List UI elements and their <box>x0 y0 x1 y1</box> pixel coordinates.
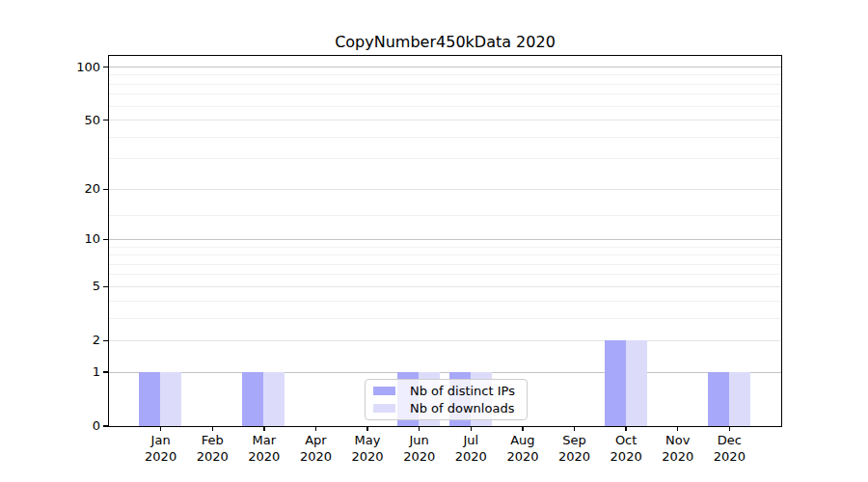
bar-oct-distinct-ips <box>605 340 626 426</box>
y-tick-label: 5 <box>52 278 100 295</box>
x-tick-mark <box>419 426 420 431</box>
bar-dec-downloads <box>729 372 750 426</box>
gridline-minor <box>109 94 781 94</box>
gridline-major <box>109 239 781 240</box>
y-tick-label: 1 <box>52 363 100 381</box>
gridline-minor <box>109 84 781 85</box>
gridline-major <box>109 372 781 373</box>
chart-title: CopyNumber450kData 2020 <box>109 33 781 51</box>
gridline-minor <box>109 247 781 248</box>
y-tick-mark <box>103 239 109 240</box>
x-tick-mark <box>263 426 264 431</box>
legend-label-downloads: Nb of downloads <box>410 401 514 415</box>
x-tick-month: Aug <box>494 433 552 449</box>
bar-mar-downloads <box>263 372 285 426</box>
legend-item-downloads: Nb of downloads <box>373 401 519 415</box>
gridline-major <box>109 67 781 67</box>
x-tick-month: Oct <box>597 433 655 449</box>
gridline-minor <box>109 274 781 275</box>
gridline-minor <box>109 106 781 107</box>
x-tick-year: 2020 <box>339 449 396 466</box>
y-tick-mark <box>103 425 109 426</box>
x-tick-year: 2020 <box>235 449 293 466</box>
x-tick-label-dec: Dec2020 <box>700 433 758 465</box>
x-tick-month: Apr <box>286 433 344 449</box>
x-tick-month: Jul <box>442 433 500 449</box>
x-tick-label-nov: Nov2020 <box>649 433 707 465</box>
x-tick-month: Jun <box>391 433 448 449</box>
x-tick-label-jan: Jan2020 <box>132 433 190 465</box>
gridline-minor <box>109 215 781 216</box>
figure: CopyNumber450kData 2020 0125102050100 Ja… <box>0 0 868 482</box>
y-tick-label: 10 <box>52 230 100 248</box>
x-tick-mark <box>160 426 161 431</box>
x-tick-month: Jan <box>132 433 190 449</box>
x-tick-label-jul: Jul2020 <box>442 433 500 465</box>
y-tick-label: 0 <box>52 417 100 435</box>
y-tick-label: 2 <box>52 332 100 349</box>
gridline-minor <box>109 301 781 302</box>
y-tick-mark <box>103 371 109 372</box>
x-tick-label-may: May2020 <box>339 433 396 465</box>
gridline-mid <box>109 189 781 190</box>
gridline-minor <box>109 74 781 75</box>
legend-label-distinct-ips: Nb of distinct IPs <box>410 384 515 398</box>
gridline-minor <box>109 318 781 319</box>
y-tick-mark <box>103 286 109 287</box>
x-tick-mark <box>677 426 678 431</box>
legend-swatch-downloads <box>373 404 395 413</box>
x-tick-month: May <box>339 433 396 449</box>
x-tick-label-aug: Aug2020 <box>494 433 552 465</box>
gridline-mid <box>109 340 781 341</box>
x-tick-mark <box>522 426 523 431</box>
x-tick-label-apr: Apr2020 <box>286 433 344 465</box>
x-tick-month: Mar <box>235 433 293 449</box>
x-tick-year: 2020 <box>183 449 241 466</box>
plot-area <box>108 55 782 427</box>
gridline-mid <box>109 120 781 120</box>
y-tick-mark <box>103 67 109 67</box>
x-tick-mark <box>625 426 626 431</box>
legend-swatch-distinct-ips <box>373 387 395 395</box>
x-tick-mark <box>574 426 575 431</box>
x-tick-year: 2020 <box>597 449 655 466</box>
y-tick-mark <box>103 189 109 190</box>
bar-mar-distinct-ips <box>242 372 263 426</box>
x-tick-mark <box>366 426 367 431</box>
y-tick-label: 100 <box>52 59 100 76</box>
gridline-mid <box>109 286 781 287</box>
x-tick-year: 2020 <box>494 449 552 466</box>
x-tick-mark <box>729 426 730 431</box>
x-tick-year: 2020 <box>286 449 344 466</box>
legend-item-distinct-ips: Nb of distinct IPs <box>373 384 519 398</box>
x-tick-label-oct: Oct2020 <box>597 433 655 465</box>
gridline-minor <box>109 264 781 265</box>
y-tick-mark <box>103 120 109 120</box>
x-tick-label-sep: Sep2020 <box>546 433 604 465</box>
x-tick-month: Nov <box>649 433 707 449</box>
x-tick-mark <box>212 426 213 431</box>
y-tick-label: 20 <box>52 180 100 198</box>
legend: Nb of distinct IPs Nb of downloads <box>365 379 528 420</box>
y-tick-label: 50 <box>52 112 100 129</box>
gridline-minor <box>109 137 781 138</box>
bar-jan-downloads <box>160 372 181 426</box>
x-tick-label-mar: Mar2020 <box>235 433 293 465</box>
x-tick-month: Feb <box>183 433 241 449</box>
x-tick-year: 2020 <box>700 449 758 466</box>
x-tick-year: 2020 <box>649 449 707 466</box>
gridline-minor <box>109 254 781 255</box>
x-tick-mark <box>315 426 316 431</box>
bar-oct-downloads <box>626 340 647 426</box>
x-tick-label-feb: Feb2020 <box>183 433 241 465</box>
x-tick-year: 2020 <box>546 449 604 466</box>
x-tick-month: Dec <box>700 433 758 449</box>
x-tick-year: 2020 <box>442 449 500 466</box>
bar-jan-distinct-ips <box>139 372 160 426</box>
x-tick-year: 2020 <box>132 449 190 466</box>
bar-dec-distinct-ips <box>708 372 729 426</box>
gridline-minor <box>109 158 781 159</box>
x-tick-year: 2020 <box>391 449 448 466</box>
y-tick-mark <box>103 340 109 341</box>
x-tick-label-jun: Jun2020 <box>391 433 448 465</box>
